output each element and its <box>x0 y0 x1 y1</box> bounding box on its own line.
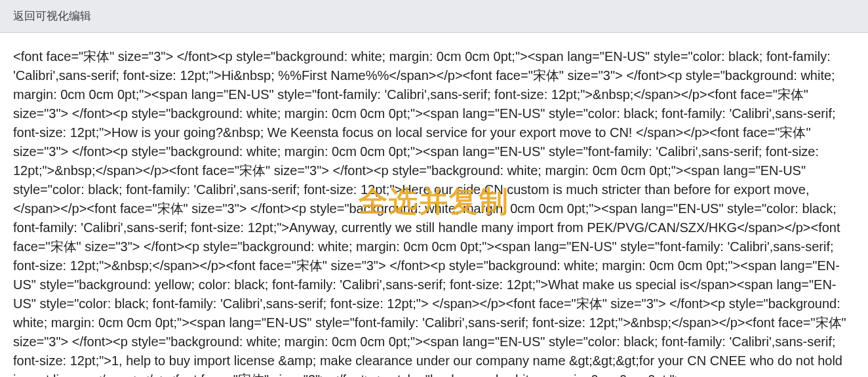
html-source-text: <font face="宋体" size="3"> </font><p styl… <box>13 47 855 377</box>
return-visual-editor-button[interactable]: 返回可视化编辑 <box>13 9 91 24</box>
toolbar: 返回可视化编辑 <box>0 0 868 33</box>
source-view-area[interactable]: <font face="宋体" size="3"> </font><p styl… <box>0 33 868 377</box>
